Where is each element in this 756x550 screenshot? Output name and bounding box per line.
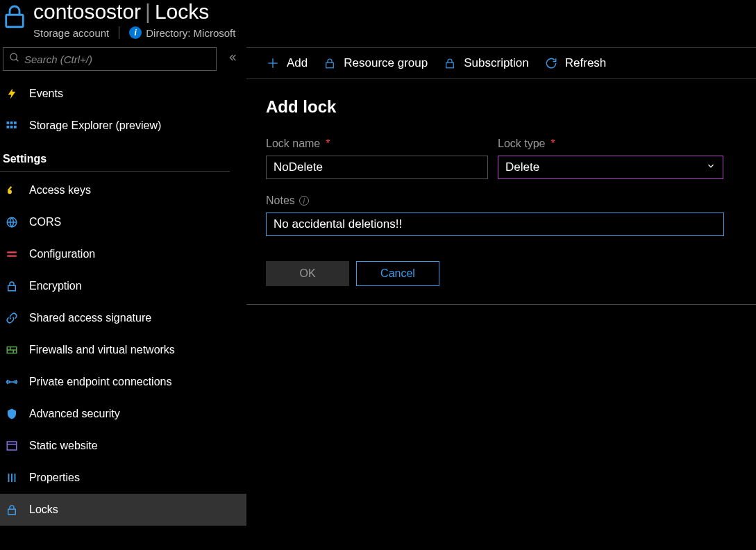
svg-line-2	[16, 59, 18, 61]
sidebar-item-configuration[interactable]: Configuration	[0, 238, 246, 270]
search-box[interactable]	[3, 47, 217, 71]
sidebar-item-access-keys[interactable]: Access keys	[0, 174, 246, 206]
lock-name-label: Lock name*	[266, 138, 488, 150]
sidebar-item-cors[interactable]: CORS	[0, 206, 246, 238]
svg-point-17	[14, 381, 16, 383]
endpoint-icon	[4, 374, 19, 390]
sidebar-item-label: Configuration	[29, 248, 95, 260]
toolbar-label: Refresh	[565, 56, 607, 70]
select-value: Delete	[505, 160, 539, 174]
info-icon: i	[299, 196, 309, 206]
resource-name: contosostor	[33, 0, 141, 24]
sidebar-item-label: Locks	[29, 503, 58, 516]
resource-type: Storage account	[33, 27, 109, 39]
toolbar: Add Resource group Subscription Refresh	[246, 48, 756, 79]
lock-type-label: Lock type*	[498, 138, 723, 150]
link-icon	[4, 310, 19, 326]
sidebar-item-events[interactable]: Events	[0, 78, 246, 110]
directory-label: Directory: Microsoft	[146, 27, 235, 39]
subscription-button[interactable]: Subscription	[443, 56, 529, 70]
sidebar-item-locks[interactable]: Locks	[0, 494, 246, 526]
svg-rect-4	[10, 122, 13, 124]
collapse-sidebar-icon[interactable]	[226, 52, 237, 66]
refresh-button[interactable]: Refresh	[544, 56, 607, 70]
sidebar-item-sas[interactable]: Shared access signature	[0, 302, 246, 334]
sidebar-item-label: Static website	[29, 440, 98, 452]
notes-input[interactable]	[266, 212, 724, 236]
sidebar-section-settings: Settings	[0, 142, 230, 172]
lightning-icon	[4, 86, 19, 101]
cancel-button[interactable]: Cancel	[356, 261, 439, 286]
svg-rect-26	[446, 62, 454, 68]
lock-icon	[323, 56, 337, 70]
svg-rect-7	[10, 126, 13, 128]
svg-rect-18	[7, 442, 17, 450]
search-input[interactable]	[24, 53, 210, 65]
globe-icon	[4, 215, 19, 230]
slider-icon	[4, 247, 19, 262]
meta-separator	[119, 26, 119, 39]
lock-type-select[interactable]: Delete	[498, 156, 723, 179]
required-star: *	[326, 138, 330, 150]
sidebar-item-label: Encryption	[29, 280, 82, 292]
sidebar-item-storage-explorer[interactable]: Storage Explorer (preview)	[0, 110, 246, 142]
properties-icon	[4, 470, 19, 485]
main-panel: Add Resource group Subscription Refresh	[246, 47, 756, 546]
toolbar-label: Subscription	[464, 56, 529, 70]
sidebar-item-label: Storage Explorer (preview)	[29, 119, 161, 132]
sidebar-item-label: Advanced security	[29, 408, 120, 420]
required-star: *	[551, 138, 555, 150]
page-header: contosostor | Locks Storage account i Di…	[0, 0, 756, 47]
sidebar-item-firewalls[interactable]: Firewalls and virtual networks	[0, 334, 246, 366]
svg-rect-13	[7, 256, 17, 257]
sidebar-item-properties[interactable]: Properties	[0, 462, 246, 494]
refresh-icon	[544, 56, 558, 70]
website-icon	[4, 438, 19, 453]
lock-icon	[443, 56, 457, 70]
svg-rect-22	[8, 509, 16, 515]
sidebar-item-label: Events	[29, 88, 63, 100]
sidebar-item-private-endpoint[interactable]: Private endpoint connections	[0, 366, 246, 398]
panel-title: Add lock	[266, 97, 737, 117]
lock-icon	[4, 278, 19, 294]
sidebar-item-static-website[interactable]: Static website	[0, 430, 246, 462]
svg-rect-5	[14, 122, 17, 124]
add-button[interactable]: Add	[266, 56, 308, 70]
search-icon	[9, 52, 20, 66]
svg-rect-14	[8, 285, 16, 291]
sidebar-item-label: Shared access signature	[29, 312, 151, 324]
page-title: Locks	[155, 0, 209, 24]
svg-rect-8	[14, 126, 17, 128]
svg-rect-25	[326, 62, 334, 68]
toolbar-label: Resource group	[344, 56, 428, 70]
chevron-down-icon	[706, 160, 716, 174]
svg-point-1	[10, 53, 17, 60]
svg-rect-12	[7, 251, 17, 253]
key-icon	[4, 183, 19, 198]
ok-button[interactable]: OK	[266, 261, 349, 286]
shield-icon	[4, 406, 19, 422]
svg-point-16	[8, 381, 10, 383]
grid-icon	[4, 118, 19, 133]
svg-rect-0	[6, 15, 24, 27]
lock-icon	[0, 1, 29, 31]
lock-icon	[4, 502, 19, 517]
sidebar: Events Storage Explorer (preview) Settin…	[0, 47, 246, 546]
firewall-icon	[4, 342, 19, 358]
sidebar-item-advanced-security[interactable]: Advanced security	[0, 398, 246, 430]
sidebar-item-label: Access keys	[29, 184, 91, 197]
sidebar-item-label: CORS	[29, 216, 61, 228]
sidebar-item-encryption[interactable]: Encryption	[0, 270, 246, 302]
svg-rect-6	[7, 126, 10, 128]
svg-rect-3	[7, 122, 10, 124]
sidebar-scroll[interactable]: Events Storage Explorer (preview) Settin…	[0, 76, 246, 546]
add-lock-panel: Add lock Lock name* Lock type* Delete	[246, 79, 756, 305]
sidebar-item-label: Properties	[29, 472, 80, 484]
resource-group-button[interactable]: Resource group	[323, 56, 428, 70]
sidebar-item-label: Firewalls and virtual networks	[29, 344, 175, 356]
info-icon: i	[129, 26, 142, 39]
lock-name-input[interactable]	[266, 156, 488, 179]
sidebar-item-label: Private endpoint connections	[29, 376, 171, 388]
title-divider: |	[145, 0, 151, 24]
toolbar-label: Add	[287, 56, 308, 70]
